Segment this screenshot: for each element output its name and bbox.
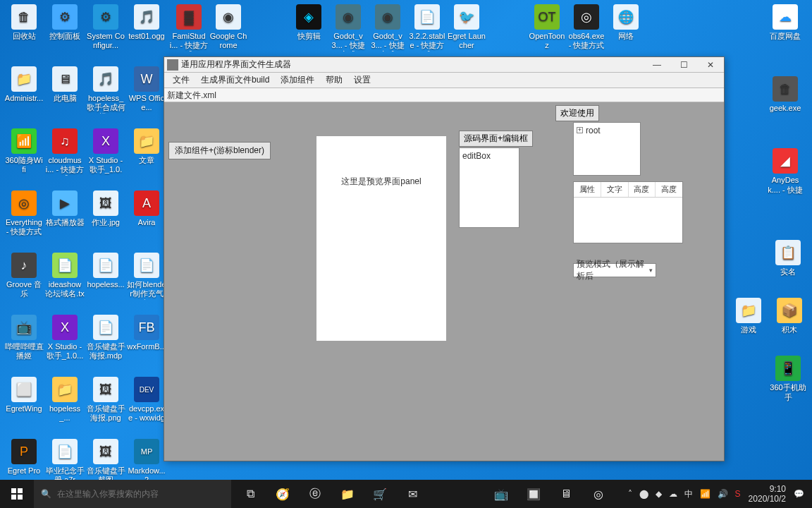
preview-panel[interactable]: 这里是预览界面panel [316,136,446,341]
desktop-icon[interactable]: 🐦Egret Launcher [447,4,486,52]
desktop-icon[interactable]: 🗑回收站 [4,4,44,66]
edit-box[interactable]: editBox [459,147,519,228]
desktop-icon[interactable]: ◈快剪辑 [289,4,328,52]
desktop-icon[interactable]: WWPS Office... [127,66,166,128]
menu-help[interactable]: 帮助 [320,73,348,87]
preview-mode-select[interactable]: 预览模式（展示解析后 ▾ [573,263,656,277]
maximize-button[interactable]: ☐ [670,57,697,73]
desktop-icon[interactable]: FBwxFormB... [127,315,166,377]
task-view-button[interactable]: ⧉ [234,480,266,508]
desktop-icon[interactable]: DEVdevcpp.exe - wxwidget... [127,377,166,439]
taskbar-app[interactable]: 📺 [485,480,517,508]
desktop-icon[interactable]: ♪Groove 音乐 [4,253,44,315]
taskbar-app[interactable]: ✉ [396,480,429,508]
desktop-icon[interactable]: ⬜EgretWing [4,377,44,439]
tray-icon[interactable]: ☁ [665,489,681,499]
search-box[interactable]: 🔍 [34,480,231,508]
desktop-icon[interactable]: 📱360手机助手 [768,356,808,401]
tab-text[interactable]: 文字 [601,182,629,197]
desktop-icon[interactable]: ◢AnyDesk.... - 快捷方式 [765,148,805,195]
desktop-icon[interactable]: XX Studio - 歌手_1.0.2... [86,128,125,190]
tab-property[interactable]: 属性 [574,182,601,197]
tray-icon[interactable]: ⬤ [636,489,652,499]
desktop-icon[interactable]: 📋实名 [768,240,808,277]
add-component-button[interactable]: 添加组件+(游标blender) [168,142,271,159]
desktop-icon[interactable]: 🌐网络 [606,4,646,52]
taskbar-app[interactable]: 🧭 [266,480,299,508]
minimize-button[interactable]: — [644,57,670,73]
desktop-icon[interactable]: ◎Everything - 快捷方式 [4,190,44,253]
desktop-icon[interactable]: XX Studio - 歌手_1.0... [45,315,85,377]
tree-root-label: root [586,126,601,135]
start-button[interactable] [0,480,34,508]
desktop-icon[interactable]: 📶360随身Wifi [4,128,44,190]
desktop-icon[interactable]: 📁文章 [127,128,166,190]
desktop-icon[interactable]: 📺哔哩哔哩直播姬 [4,315,44,377]
tray-volume-icon[interactable]: 🔊 [714,489,732,499]
desktop-icon[interactable]: ▓FamiStudi... - 快捷方式 [169,4,209,52]
desktop-icon[interactable]: ◉Godot_v3... - 快捷方式 [328,4,368,52]
menu-settings[interactable]: 设置 [348,73,376,87]
menu-add-component[interactable]: 添加组件 [275,73,320,87]
desktop-icon[interactable]: ◎obs64.exe - 快捷方式 [567,4,606,52]
desktop-icon[interactable]: 🎵hopeless_歌手合成何畅... [86,66,125,128]
notification-center-button[interactable]: 💬 [790,489,808,499]
desktop-icon[interactable]: 📄hopeless... [86,253,125,315]
app-icon: ◈ [296,4,321,30]
godot-icon: ◉ [375,4,400,30]
desktop-icon[interactable]: AAvira [127,190,166,253]
baidu-icon: ☁ [773,4,798,30]
tray-network-icon[interactable]: 📶 [696,489,714,499]
desktop-icon[interactable]: 🗑geek.exe [765,76,805,113]
desktop-icon[interactable]: 📄3.2.2.stable - 快捷方式 [407,4,447,52]
tray-icon[interactable]: ◆ [652,489,665,499]
desktop-icon[interactable]: 🖼音乐键盘手海报.png [86,377,125,439]
desktop-icon[interactable]: ☁百度网盘 [765,4,805,41]
desktop-icon[interactable]: ◉Godot_v3... - 快捷方式 [368,4,407,52]
recycle-bin-icon: 🗑 [11,4,37,30]
anydesk-icon: ◢ [773,148,798,174]
title-bar[interactable]: 通用应用程序界面文件生成器 — ☐ ✕ [164,57,724,73]
menu-build[interactable]: 生成界面文件build [195,73,275,87]
desktop-icon[interactable]: ▶格式播放器 [45,190,85,253]
desktop-icon[interactable]: ⚙System Configur... [86,4,125,66]
desktop-icon[interactable]: OTOpenToonz [527,4,567,52]
tab-height[interactable]: 高度 [629,182,656,197]
desktop-icon[interactable]: 📄如何blender制作充气动... [127,253,166,315]
tab-height2[interactable]: 高度 [656,182,682,197]
taskbar-app[interactable]: 📁 [331,480,364,508]
folder-icon: 📋 [775,240,801,265]
desktop-icon[interactable]: 🎵test01.ogg [127,4,166,66]
tray-icon[interactable]: S [732,489,744,499]
desktop-icon[interactable]: 🖥此电脑 [45,66,85,128]
desktop-icon[interactable]: ⚙控制面板 [45,4,85,66]
close-button[interactable]: ✕ [697,57,724,73]
desktop-icon[interactable]: 📦积木 [770,298,809,334]
menu-file[interactable]: 文件 [167,73,195,87]
tray-chevron-icon[interactable]: ˄ [625,489,636,499]
taskbar-app[interactable]: ⓔ [299,480,331,508]
window-title: 通用应用程序界面文件生成器 [181,59,644,71]
taskbar-app[interactable]: 🖥 [550,480,582,508]
desktop-icon[interactable]: ♫cloudmusi... - 快捷方式 [45,128,85,190]
desktop-icon[interactable]: 📁游戏 [729,298,768,334]
taskbar-app[interactable]: 🔲 [517,480,550,508]
desktop-icon[interactable]: 📄音乐键盘手海报.mdp [86,315,125,377]
desktop-icon[interactable]: ◉Google Chrome [209,4,248,52]
desktop-icon[interactable]: 📄ideashow论坛域名.txt [45,253,85,315]
app-icon: 📺 [11,315,37,340]
desktop-icon[interactable]: 📁Administr... [4,66,44,128]
tree-view[interactable]: + root [573,122,641,176]
godot-icon: ◉ [336,4,361,30]
search-input[interactable] [57,489,224,499]
file-icon: 📄 [93,253,118,278]
desktop-icon[interactable]: 🖼作业.jpg [86,190,125,253]
desktop-icon[interactable]: 📁hopeless_... [45,377,85,439]
preview-panel-text: 这里是预览界面panel [341,176,421,188]
taskbar-clock[interactable]: 9:10 2020/10/2 [744,484,790,504]
taskbar-app[interactable]: 🛒 [364,480,396,508]
tree-expand-icon[interactable]: + [577,127,583,133]
taskbar-app[interactable]: ◎ [582,480,615,508]
tray-ime-icon[interactable]: 中 [681,488,696,500]
desktop-icons-top: ▓FamiStudi... - 快捷方式 ◉Google Chrome ◈快剪辑… [169,4,646,52]
